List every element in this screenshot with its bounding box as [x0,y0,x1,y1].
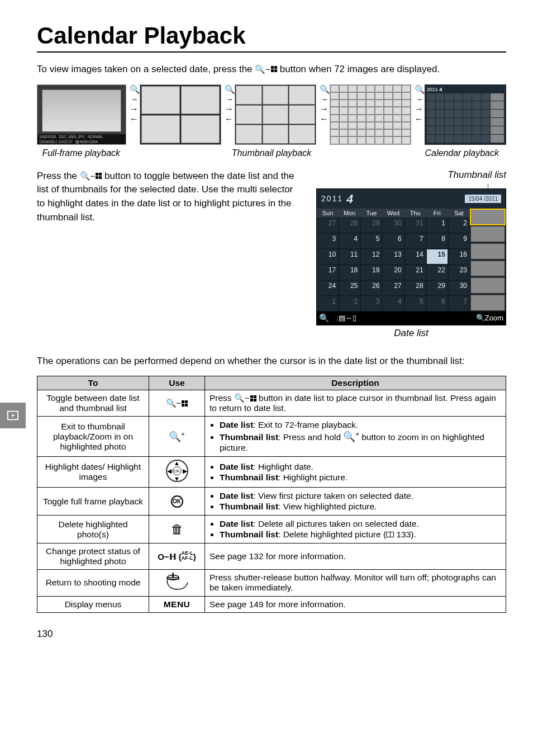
table-row: Exit to thumbnail playback/Zoom in on hi… [37,417,506,457]
use-cell [149,570,205,596]
use-cell: 🔍− [149,390,205,417]
to-cell: Delete highlighted photo(s) [37,516,149,544]
table-row: Toggle between date list and thumbnail l… [37,390,506,417]
grid9-card [235,84,316,145]
day-cell: 28 [339,218,360,233]
use-cell: 🔍+ [149,417,205,457]
day-cell: 5 [360,233,382,249]
th-use: Use [149,376,205,390]
zoom-in-icon: 🔍+ [343,431,359,442]
table-row: Change protect status of highlighted pho… [37,544,506,570]
desc-cell: Press 🔍− button in date list to place cu… [205,390,506,417]
intro-text: To view images taken on a selected date,… [37,63,506,77]
desc-cell: Date list: Highlight date.Thumbnail list… [205,457,506,488]
day-cell: 24 [317,280,339,296]
to-cell: Display menus [37,596,149,612]
table-row: Toggle full frame playbackOKDate list: V… [37,488,506,516]
day-cell: 13 [382,249,404,264]
calendar-bottom-bar: 🔍 :▤↔▯ 🔍Zoom [317,311,506,325]
day-cell: 1 [426,218,448,233]
section-tab [0,403,26,428]
day-cell: 3 [317,233,339,249]
calendar-caption: Calendar playback [418,148,506,158]
ok-button-icon: OK [171,495,183,508]
use-cell: MENU [149,596,205,612]
use-cell: OK [149,488,205,516]
zoom-out-thumbs-icon: 🔍− [80,170,102,182]
days-grid: 2728293031123456789101112131415161718192… [317,218,470,311]
desc-cell: See page 149 for more information. [205,596,506,612]
use-cell: ▲▼◀▶ [149,457,205,488]
svg-marker-1 [12,414,15,417]
arrow-icon: 🔍−→← [320,84,326,124]
day-cell: 2 [339,296,360,311]
table-row: Display menusMENUSee page 149 for more i… [37,596,506,612]
dow-cell: Sat [448,209,470,218]
intro-post: button when 72 images are displayed. [280,64,440,74]
zoom-in-icon: 🔍+ [169,431,184,442]
dow-cell: Thu [404,209,426,218]
day-cell: 21 [404,264,426,280]
thumb-caption: Thumbnail playback [132,148,411,158]
page-number: 130 [37,629,506,640]
thumbnail-column [470,209,506,311]
day-cell: 22 [426,264,448,280]
day-cell: 14 [404,249,426,264]
day-cell: 6 [382,233,404,249]
day-cell: 26 [360,280,382,296]
grid4-card [140,84,221,145]
day-cell: 31 [404,218,426,233]
to-cell: Toggle full frame playback [37,488,149,516]
use-cell: O−𝗛 (AE-LAF-L) [149,544,205,570]
day-cell: 7 [448,296,470,311]
day-cell: 19 [360,264,382,280]
playback-flow-diagram: 100D5100 DSC_0001.JPG NORMAL15/04/2011 1… [37,84,506,145]
day-cell: 6 [426,296,448,311]
thumbnail-list-label: Thumbnail list [316,169,506,181]
day-cell: 9 [448,233,470,249]
dow-cell: Wed [382,209,404,218]
table-row: Delete highlighted photo(s)🗑Date list: D… [37,516,506,544]
to-cell: Return to shooting mode [37,570,149,596]
day-cell: 5 [404,296,426,311]
day-cell: 12 [360,249,382,264]
zoom-out-thumbs-icon: 🔍− [255,63,277,75]
day-cell: 16 [448,249,470,264]
day-cell: 15 [426,249,448,264]
para2-pre: Press the [37,171,80,181]
zoom-out-thumbs-icon: 🔍 [319,313,336,323]
day-cell: 10 [317,249,339,264]
year-label: 2011 [321,194,343,203]
trash-icon: 🗑 [171,522,183,536]
day-cell: 7 [404,233,426,249]
protect-button-icon: O−𝗛 (AE-LAF-L) [158,552,196,561]
table-row: Return to shooting modePress shutter-rel… [37,570,506,596]
day-cell: 17 [317,264,339,280]
zoom-label: Zoom [485,314,503,322]
dow-cell: Tue [360,209,382,218]
day-cell: 4 [382,296,404,311]
date-list-caption: Date list [316,328,506,339]
arrow-icon: 🔍−→← [225,84,231,124]
date-badge: 15/04 /2011 [465,195,501,203]
zoom-in-icon: 🔍 [476,314,485,322]
zoom-out-thumbs-icon: 🔍− [234,393,256,403]
day-cell: 11 [339,249,360,264]
day-cell: 3 [360,296,382,311]
day-cell: 29 [426,280,448,296]
to-cell: Change protect status of highlighted pho… [37,544,149,570]
intro-pre: To view images taken on a selected date,… [37,64,255,74]
day-cell: 18 [339,264,360,280]
menu-button-label: MENU [164,599,191,609]
day-cell: 30 [382,218,404,233]
day-cell: 1 [317,296,339,311]
use-cell: 🗑 [149,516,205,544]
day-cell: 27 [317,218,339,233]
calendar-card-small: 2011 4 [425,84,506,145]
shutter-icon [165,573,189,590]
dow-cell: Fri [426,209,448,218]
arrow-icon: 🔍−→← [415,84,421,124]
desc-cell: Press shutter-release button halfway. Mo… [205,570,506,596]
month-label: 4 [346,191,353,206]
day-cell: 23 [448,264,470,280]
